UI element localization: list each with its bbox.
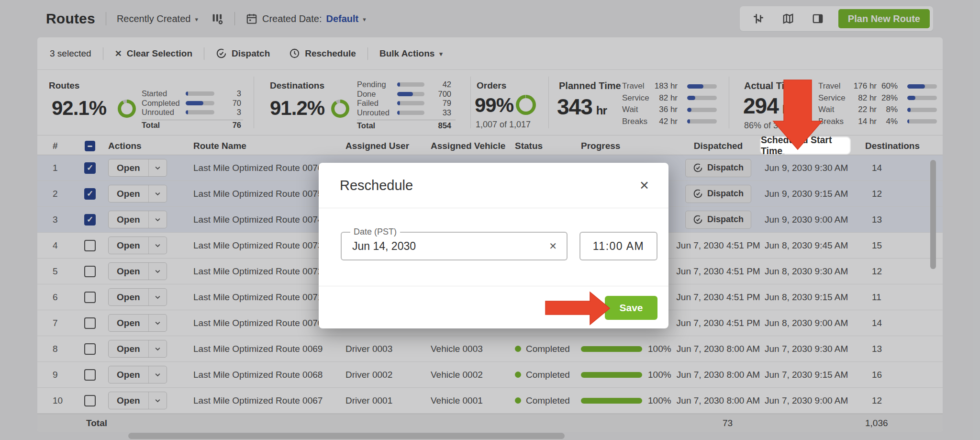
date-field-value: Jun 14, 2030 <box>352 240 416 253</box>
modal-title: Reschedule <box>340 178 413 193</box>
close-icon[interactable]: ✕ <box>639 180 649 192</box>
clear-date-icon[interactable]: ✕ <box>549 240 557 252</box>
reschedule-modal: Reschedule ✕ Date (PST) Jun 14, 2030 ✕ 1… <box>319 163 668 328</box>
date-field-label: Date (PST) <box>350 227 400 237</box>
modal-header: Reschedule ✕ <box>319 163 668 208</box>
scheduled-start-time-highlight: Scheduled Start Time <box>761 137 850 154</box>
divider <box>319 286 668 286</box>
date-field[interactable]: Date (PST) Jun 14, 2030 ✕ <box>341 232 568 260</box>
save-button[interactable]: Save <box>605 296 657 320</box>
time-field-value: 11:00 AM <box>593 240 644 253</box>
time-field[interactable]: 11:00 AM <box>579 232 657 260</box>
routes-page: Routes Recently Created ▾ <box>0 0 980 440</box>
